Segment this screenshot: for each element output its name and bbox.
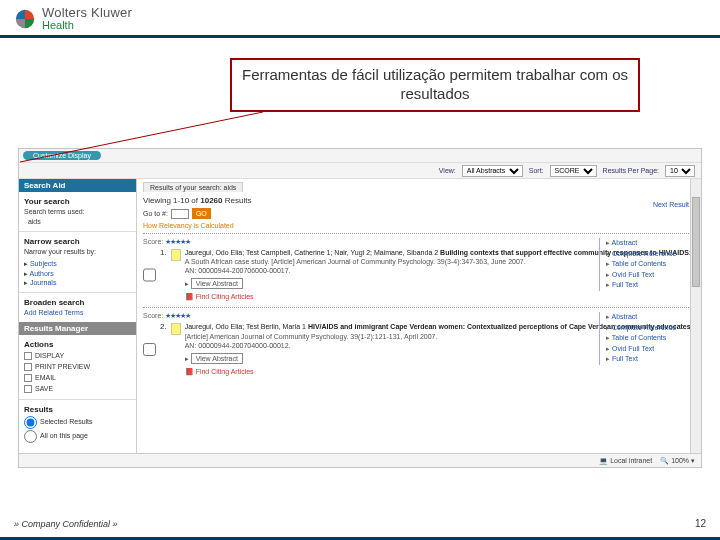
result-checkbox[interactable] bbox=[143, 249, 156, 301]
search-terms-used-label: Search terms used: bbox=[24, 208, 85, 215]
result-authors: Jauregui, Odo Elia; Test Berlin, Maria 1 bbox=[185, 323, 306, 330]
search-aid-header: Search Aid bbox=[19, 179, 136, 192]
link-fulltext[interactable]: Full Text bbox=[606, 280, 695, 291]
brand-sub: Health bbox=[42, 20, 132, 31]
scroll-thumb[interactable] bbox=[692, 197, 700, 287]
view-abstract-button[interactable]: View Abstract bbox=[191, 353, 243, 364]
next-result-link[interactable]: Next Result ▸ bbox=[653, 201, 695, 209]
result-meta: AN: 00000944-200706000-00017. bbox=[185, 267, 291, 274]
goto-label: Go to #: bbox=[143, 210, 168, 217]
result-row: Score: ★★★★★ 1. Jauregui, Odo Elia; Test… bbox=[143, 233, 695, 307]
result-authors: Jauregui, Odo Elia; Test Campbell, Cathe… bbox=[185, 249, 438, 256]
link-ovid-fulltext[interactable]: Ovid Full Text bbox=[606, 270, 695, 281]
link-complete-ref[interactable]: Complete Reference bbox=[606, 323, 695, 334]
result-links: Abstract Complete Reference Table of Con… bbox=[599, 238, 695, 291]
link-fulltext[interactable]: Full Text bbox=[606, 354, 695, 365]
viewing-prefix: Viewing 1-10 of bbox=[143, 196, 198, 205]
result-row: Score: ★★★★★ 2. Jauregui, Odo Elia; Test… bbox=[143, 307, 695, 381]
narrow-journals[interactable]: Journals bbox=[24, 278, 131, 288]
view-select[interactable]: All Abstracts bbox=[462, 165, 523, 177]
results-main: Results of your search: aids Viewing 1-1… bbox=[137, 179, 701, 453]
result-num: 1. bbox=[160, 248, 167, 301]
narrow-hint: Narrow your results by: bbox=[24, 248, 96, 255]
link-abstract[interactable]: Abstract bbox=[606, 238, 695, 249]
action-save[interactable]: SAVE bbox=[24, 384, 131, 394]
find-citing-link[interactable]: Find Citing Articles bbox=[196, 368, 254, 375]
goto-input[interactable] bbox=[171, 209, 189, 219]
selected-results-radio[interactable] bbox=[24, 416, 37, 429]
result-num: 2. bbox=[160, 322, 167, 375]
expand-icon[interactable]: ▸ bbox=[185, 355, 189, 362]
scrollbar[interactable] bbox=[690, 179, 701, 453]
add-related-terms-link[interactable]: Add Related Terms bbox=[24, 309, 83, 316]
callout-pointer bbox=[18, 112, 278, 170]
sort-label: Sort: bbox=[529, 167, 544, 174]
actions-label: Actions bbox=[24, 340, 53, 349]
action-display[interactable]: DISPLAY bbox=[24, 351, 131, 361]
sort-select[interactable]: SCORE bbox=[550, 165, 597, 177]
link-abstract[interactable]: Abstract bbox=[606, 312, 695, 323]
sidebar: Search Aid Your search Search terms used… bbox=[19, 179, 137, 453]
results-manager-header: Results Manager bbox=[19, 322, 136, 335]
narrow-subjects[interactable]: Subjects bbox=[24, 259, 131, 269]
slide-header: Wolters Kluwer Health bbox=[0, 0, 720, 38]
results-label: Results bbox=[24, 405, 53, 414]
narrow-search-label: Narrow search bbox=[24, 237, 80, 246]
print-icon bbox=[24, 363, 32, 371]
page-number: 12 bbox=[695, 518, 706, 529]
rpp-label: Results Per Page: bbox=[603, 167, 659, 174]
your-search-label: Your search bbox=[24, 197, 70, 206]
result-meta: AN: 00000944-200704000-00012. bbox=[185, 342, 291, 349]
footer-confidential: » Company Confidential » bbox=[14, 519, 118, 529]
link-ovid-fulltext[interactable]: Ovid Full Text bbox=[606, 344, 695, 355]
display-icon bbox=[24, 352, 32, 360]
viewing-suffix: Results bbox=[225, 196, 252, 205]
save-icon bbox=[24, 385, 32, 393]
stars-icon: ★★★★★ bbox=[165, 238, 190, 245]
link-toc[interactable]: Table of Contents bbox=[606, 259, 695, 270]
viewing-total: 10260 bbox=[200, 196, 222, 205]
result-checkbox[interactable] bbox=[143, 323, 156, 375]
statusbar: 💻 Local intranet 🔍 100% ▾ bbox=[19, 453, 701, 467]
relevancy-link[interactable]: How Relevancy is Calculated bbox=[143, 222, 695, 229]
action-print[interactable]: PRINT PREVIEW bbox=[24, 362, 131, 372]
results-tab[interactable]: Results of your search: aids bbox=[143, 182, 243, 192]
go-button[interactable]: GO bbox=[192, 208, 211, 219]
link-toc[interactable]: Table of Contents bbox=[606, 333, 695, 344]
narrow-authors[interactable]: Authors bbox=[24, 269, 131, 279]
result-tail: [Article] American Journal of Community … bbox=[185, 333, 438, 340]
link-complete-ref[interactable]: Complete Reference bbox=[606, 249, 695, 260]
search-term: aids bbox=[28, 218, 41, 225]
brand-main: Wolters Kluwer bbox=[42, 6, 132, 19]
email-icon bbox=[24, 374, 32, 382]
expand-icon[interactable]: ▸ bbox=[185, 280, 189, 287]
zoom-label: 100% bbox=[671, 457, 689, 464]
annotation-icon[interactable] bbox=[171, 323, 181, 335]
svg-line-0 bbox=[20, 112, 263, 162]
logo-icon bbox=[14, 8, 36, 30]
view-abstract-button[interactable]: View Abstract bbox=[191, 278, 243, 289]
view-label: View: bbox=[439, 167, 456, 174]
find-citing-link[interactable]: Find Citing Articles bbox=[196, 293, 254, 300]
zone-label: Local intranet bbox=[610, 457, 652, 464]
result-links: Abstract Complete Reference Table of Con… bbox=[599, 312, 695, 365]
all-page-radio[interactable] bbox=[24, 430, 37, 443]
annotation-icon[interactable] bbox=[171, 249, 181, 261]
result-tail: A South African case study. [Article] Am… bbox=[185, 258, 526, 265]
stars-icon: ★★★★★ bbox=[165, 312, 190, 319]
broaden-search-label: Broaden search bbox=[24, 298, 84, 307]
callout-box: Ferramentas de fácil utilização permitem… bbox=[230, 58, 640, 112]
action-email[interactable]: EMAIL bbox=[24, 373, 131, 383]
rpp-select[interactable]: 10 bbox=[665, 165, 695, 177]
browser-app: Customize Display View: All Abstracts So… bbox=[18, 148, 702, 468]
